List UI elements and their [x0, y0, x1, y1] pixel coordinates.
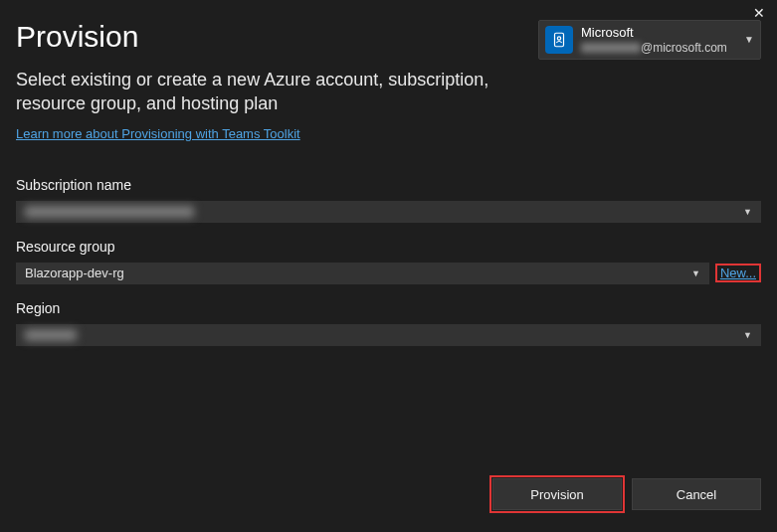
subscription-label: Subscription name	[16, 177, 761, 193]
subscription-dropdown[interactable]: ▼	[16, 201, 761, 223]
resource-group-dropdown[interactable]: Blazorapp-dev-rg ▼	[16, 263, 709, 284]
chevron-down-icon: ▼	[743, 330, 752, 340]
region-label: Region	[16, 300, 761, 316]
form-section: Subscription name ▼ Resource group Blazo…	[16, 177, 761, 346]
chevron-down-icon: ▼	[744, 34, 754, 45]
account-email-suffix: @microsoft.com	[641, 41, 727, 55]
new-resource-group-highlight: New...	[715, 264, 761, 282]
header-row: Provision Microsoft @microsoft.com ▼	[16, 20, 761, 60]
account-picker[interactable]: Microsoft @microsoft.com ▼	[538, 20, 761, 60]
learn-more-link[interactable]: Learn more about Provisioning with Teams…	[16, 126, 300, 141]
provision-button[interactable]: Provision	[492, 478, 622, 510]
resource-group-value: Blazorapp-dev-rg	[25, 266, 124, 280]
page-subtitle: Select existing or create a new Azure ac…	[16, 68, 533, 116]
account-email: @microsoft.com	[581, 41, 732, 55]
close-button[interactable]: ✕	[749, 4, 769, 22]
subscription-value-redacted	[25, 206, 194, 218]
page-title: Provision	[16, 20, 138, 54]
region-value-redacted	[25, 329, 77, 341]
svg-point-1	[557, 37, 560, 40]
account-email-redacted	[581, 43, 641, 53]
region-dropdown[interactable]: ▼	[16, 324, 761, 346]
account-org: Microsoft	[581, 25, 732, 41]
cancel-button[interactable]: Cancel	[632, 478, 761, 510]
chevron-down-icon: ▼	[743, 207, 752, 217]
chevron-down-icon: ▼	[691, 268, 700, 278]
account-text: Microsoft @microsoft.com	[581, 25, 732, 55]
new-resource-group-link[interactable]: New...	[720, 266, 756, 280]
dialog-buttons: Provision Cancel	[492, 478, 761, 510]
dialog-content: Provision Microsoft @microsoft.com ▼ Sel…	[0, 0, 777, 378]
resource-group-label: Resource group	[16, 239, 761, 255]
account-avatar-icon	[545, 26, 573, 54]
